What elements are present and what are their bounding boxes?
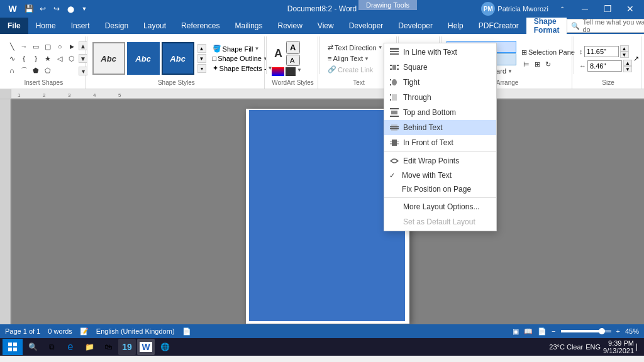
polygon-tool[interactable]: ⬟ — [30, 65, 42, 76]
align-btn[interactable]: ⊨ — [521, 60, 531, 69]
shape-fill-btn[interactable]: 🪣 Shape Fill ▼ — [210, 44, 275, 53]
arrow-tool[interactable]: → — [18, 41, 30, 52]
canvas-area[interactable] — [11, 99, 644, 324]
rect-tool[interactable]: ▭ — [30, 41, 42, 52]
wordart-fill-btn[interactable] — [286, 67, 296, 76]
ribbon-toggle-button[interactable]: ⌃ — [553, 2, 571, 16]
brace-tool[interactable]: } — [30, 53, 42, 64]
chrome-btn[interactable]: 🌐 — [156, 339, 174, 355]
rounded-rect-tool[interactable]: ▢ — [42, 41, 53, 52]
menu-edit-wrap-points[interactable]: Edit Wrap Points — [384, 153, 496, 168]
arc-tool[interactable]: ∩ — [6, 65, 18, 76]
shape-outline-btn[interactable]: □ Shape Outline ▼ — [210, 54, 275, 63]
store-btn[interactable]: 🛍 — [99, 339, 117, 355]
tab-shape-format[interactable]: Shape Format — [526, 18, 567, 34]
width-input[interactable] — [587, 60, 622, 72]
file-explorer-btn[interactable]: 📁 — [80, 339, 98, 355]
tab-design[interactable]: Design — [97, 18, 136, 34]
tab-references[interactable]: References — [174, 18, 227, 34]
menu-fix-position[interactable]: Fix Position on Page — [384, 182, 496, 196]
tab-developer2[interactable]: Developer — [391, 18, 440, 34]
wordart-font-size-down[interactable]: A — [286, 55, 299, 66]
search-box[interactable]: 🔍 Tell me what you want to do — [567, 19, 644, 33]
customize-qa-button[interactable]: ▼ — [78, 3, 91, 15]
minimize-button[interactable]: ─ — [576, 2, 594, 16]
undo-button[interactable]: ↩ — [36, 3, 49, 15]
menu-square[interactable]: Square — [384, 60, 496, 75]
redo-button[interactable]: ↪ — [50, 3, 63, 15]
freeform-tool[interactable]: ⬠ — [42, 65, 53, 76]
curve-tool[interactable]: ∿ — [6, 53, 18, 64]
circle-tool[interactable]: ○ — [54, 41, 65, 52]
wordart-font-size-up[interactable]: A — [286, 41, 299, 54]
shape5-tool[interactable]: ◁ — [54, 53, 65, 64]
text-direction-btn[interactable]: ⇄ Text Direction ▼ — [325, 42, 386, 53]
autosave-button[interactable]: ⬤ — [64, 3, 77, 15]
menu-move-with-text[interactable]: ✓ Move with Text — [384, 168, 496, 182]
style-box-2[interactable]: Abc — [127, 42, 160, 75]
menu-in-front-of-text[interactable]: In Front of Text — [384, 135, 496, 150]
height-down[interactable]: ▼ — [620, 52, 629, 58]
width-up[interactable]: ▲ — [623, 60, 632, 66]
blue-shape[interactable] — [249, 110, 405, 321]
create-link-btn[interactable]: 🔗 Create Link — [325, 64, 386, 75]
menu-behind-text[interactable]: Behind Text — [384, 120, 496, 135]
show-desktop-btn[interactable]: ▏ — [636, 344, 641, 351]
style-scroll-down[interactable]: ▼ — [197, 54, 206, 63]
line-tool[interactable]: ╲ — [6, 41, 18, 52]
style-scroll-up[interactable]: ▲ — [197, 44, 206, 53]
bezier-tool[interactable]: ⌒ — [18, 65, 30, 76]
tab-file[interactable]: File — [0, 18, 28, 34]
more-shapes-btn[interactable]: ▶ — [66, 41, 77, 52]
restore-button[interactable]: ❐ — [599, 2, 616, 16]
menu-top-bottom[interactable]: Top and Bottom — [384, 105, 496, 120]
align-text-btn[interactable]: ≡ Align Text ▼ — [325, 53, 386, 63]
size-launcher-btn[interactable]: ↗ — [633, 52, 639, 65]
close-button[interactable]: ✕ — [621, 2, 639, 16]
tab-pdfcreator[interactable]: PDFCreator — [471, 18, 526, 34]
style-more[interactable]: ▾ — [197, 64, 206, 73]
shape-effects-btn[interactable]: ✦ Shape Effects - ▼ — [210, 63, 275, 73]
tab-layout[interactable]: Layout — [136, 18, 174, 34]
view-normal-btn[interactable]: ▣ — [513, 327, 519, 336]
tab-insert[interactable]: Insert — [64, 18, 97, 34]
edge-browser-btn[interactable]: e — [62, 339, 79, 355]
word-logo[interactable]: W — [5, 3, 20, 15]
menu-tight[interactable]: Tight — [384, 75, 496, 90]
group-btn[interactable]: ⊞ — [533, 60, 542, 69]
tab-mailings[interactable]: Mailings — [227, 18, 270, 34]
word-taskbar-btn[interactable]: W — [137, 339, 155, 355]
zoom-in-btn[interactable]: + — [616, 327, 620, 335]
start-button[interactable] — [3, 339, 23, 355]
tab-help[interactable]: Help — [440, 18, 471, 34]
calendar-btn[interactable]: 19 — [118, 339, 136, 355]
menu-through[interactable]: Through — [384, 90, 496, 105]
style-box-3[interactable]: Abc — [162, 42, 194, 75]
clock[interactable]: 9:39 PM 9/13/2021 — [603, 339, 634, 354]
style-box-1[interactable]: Abc — [92, 42, 125, 75]
bracket-tool[interactable]: { — [18, 53, 30, 64]
task-view-btn[interactable]: ⧉ — [43, 339, 60, 355]
view-reading-btn[interactable]: 📖 — [524, 327, 533, 336]
view-print-btn[interactable]: 📄 — [538, 327, 547, 336]
star-tool[interactable]: ★ — [42, 53, 53, 64]
user-info[interactable]: PM Patricia Mworozi — [481, 2, 548, 16]
save-button[interactable]: 💾 — [23, 3, 35, 15]
height-input[interactable] — [584, 46, 619, 57]
height-up[interactable]: ▲ — [620, 45, 629, 52]
menu-more-layout[interactable]: More Layout Options... — [384, 199, 496, 214]
wordart-A-btn[interactable]: A — [272, 46, 285, 62]
width-down[interactable]: ▼ — [623, 66, 632, 72]
shape6-tool[interactable]: ⬡ — [66, 53, 77, 64]
rotate-btn[interactable]: ↻ — [543, 60, 553, 69]
zoom-out-btn[interactable]: − — [552, 327, 555, 335]
tab-developer[interactable]: Developer — [341, 18, 391, 34]
menu-inline-with-text[interactable]: In Line with Text — [384, 45, 496, 60]
search-taskbar-btn[interactable]: 🔍 — [24, 339, 42, 355]
tab-home[interactable]: Home — [28, 18, 64, 34]
selection-pane-btn[interactable]: ⊞ Selection Pane — [518, 47, 579, 58]
wordart-gradient-icon[interactable] — [272, 67, 284, 76]
zoom-slider[interactable] — [561, 330, 611, 332]
tab-view[interactable]: View — [310, 18, 341, 34]
tab-review[interactable]: Review — [270, 18, 309, 34]
